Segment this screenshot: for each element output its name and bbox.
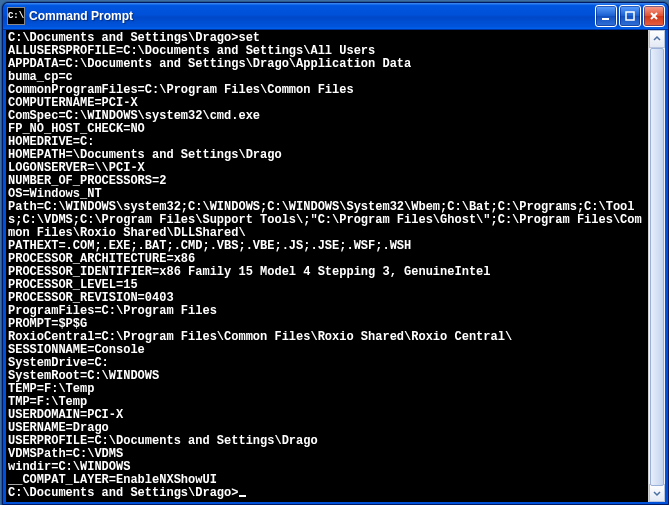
window-buttons [595,5,665,27]
close-icon [649,11,659,21]
window-title: Command Prompt [29,9,595,23]
cmd-icon: C:\ [7,7,25,25]
terminal-line: TEMP=F:\Temp [8,383,646,396]
chevron-down-icon [653,489,661,497]
scroll-up-button[interactable] [649,30,665,48]
cmd-icon-text: C:\ [8,12,24,21]
terminal-prompt-line: C:\Documents and Settings\Drago> [8,487,646,500]
terminal-line: Path=C:\WINDOWS\system32;C:\WINDOWS;C:\W… [8,201,646,240]
svg-rect-1 [626,12,634,20]
chevron-up-icon [653,35,661,43]
terminal-line: APPDATA=C:\Documents and Settings\Drago\… [8,58,646,71]
titlebar[interactable]: C:\ Command Prompt [3,3,668,30]
minimize-button[interactable] [595,5,617,27]
scrollbar-track[interactable] [649,48,665,484]
command-prompt-window: C:\ Command Prompt C:\Documents and Sett… [2,2,669,505]
minimize-icon [601,11,611,21]
svg-rect-0 [602,18,609,20]
terminal-output[interactable]: C:\Documents and Settings\Drago>setALLUS… [6,30,648,502]
maximize-button[interactable] [619,5,641,27]
scrollbar-thumb[interactable] [650,48,664,486]
terminal-line: NUMBER_OF_PROCESSORS=2 [8,175,646,188]
scroll-down-button[interactable] [649,484,665,502]
terminal-line: FP_NO_HOST_CHECK=NO [8,123,646,136]
vertical-scrollbar[interactable] [648,30,665,502]
terminal-line: ProgramFiles=C:\Program Files [8,305,646,318]
cursor [239,495,246,497]
client-area: C:\Documents and Settings\Drago>setALLUS… [3,30,668,505]
prompt-text: C:\Documents and Settings\Drago> [8,486,238,500]
close-button[interactable] [643,5,665,27]
maximize-icon [625,11,635,21]
terminal-line: SystemRoot=C:\WINDOWS [8,370,646,383]
